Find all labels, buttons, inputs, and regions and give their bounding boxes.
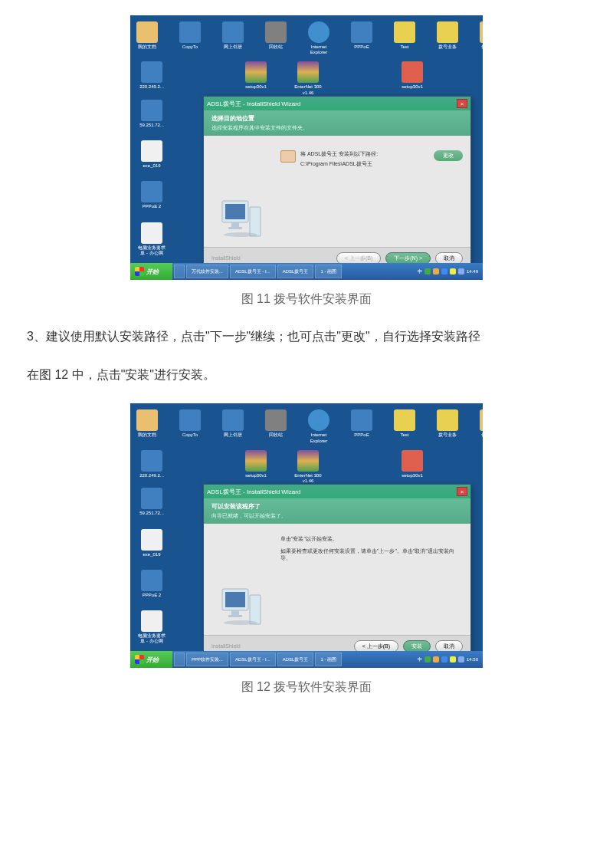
icon-image — [222, 409, 244, 431]
desktop-icon[interactable]: 电脑业务要求单 - 办公网 — [136, 222, 167, 256]
desktop-icon[interactable]: EnterNet 300 v1.46 — [293, 450, 323, 484]
icon-image — [394, 409, 415, 431]
body-text-1: 3、建议使用默认安装路径，点击"下一步"继续；也可点击"更改"，自行选择安装路径 — [27, 323, 586, 350]
icon-image — [136, 21, 158, 43]
icon-image — [351, 21, 372, 43]
start-button[interactable]: 开始 — [130, 263, 172, 280]
desktop-icon[interactable]: PPPoE — [351, 409, 372, 438]
icon-image — [222, 21, 244, 43]
figure-11-caption: 图 11 拨号软件安装界面 — [27, 291, 586, 307]
icon-label: exe_019 — [143, 163, 160, 169]
taskbar-item[interactable]: 1 - 画图 — [315, 265, 342, 278]
desktop-icon[interactable]: Internet Explorer — [308, 409, 329, 443]
icon-label: CopyTo — [182, 432, 198, 438]
desktop-icon[interactable]: 回收站 — [265, 409, 287, 438]
desktop-icon[interactable]: exe_019 — [136, 529, 167, 557]
icon-label: PPPoE — [354, 44, 369, 50]
desktop-icon[interactable]: 代理通讯录 — [480, 21, 483, 55]
start-button[interactable]: 开始 — [130, 651, 172, 668]
change-button[interactable]: 更改 — [434, 150, 463, 161]
icon-image — [297, 450, 319, 472]
icon-image — [179, 409, 201, 431]
installer-graphic — [211, 531, 273, 627]
taskbar-item[interactable]: ADSL拨号王 - I... — [230, 265, 276, 278]
icon-label: exe_019 — [143, 552, 160, 557]
installer-header: 可以安装该程序了 向导已就绪，可以开始安装了。 — [204, 498, 470, 524]
desktop-icon[interactable]: 59.251.72... — [136, 488, 167, 516]
desktop-icon[interactable]: Test — [394, 409, 415, 438]
desktop-icon[interactable]: 我的文档 — [136, 21, 158, 50]
icon-label: 220.249.2... — [139, 84, 164, 90]
icon-image — [141, 488, 162, 509]
desktop-icon[interactable]: setup30v1 — [241, 61, 271, 90]
desktop-icon[interactable]: CopyTo — [179, 409, 201, 438]
desktop-icon[interactable]: 拨号业务 — [437, 409, 458, 438]
icon-label: EnterNet 300 v1.46 — [293, 473, 323, 484]
installer-window-1: ADSL拨号王 - InstallShield Wizard × 选择目的地位置… — [203, 96, 471, 269]
desktop-icon[interactable]: 59.251.72... — [136, 100, 167, 128]
installer-content: 将 ADSL拨号王 安装到以下路径: C:\Program Files\ADSL… — [280, 143, 463, 239]
icon-image — [141, 222, 162, 244]
windows-logo-icon — [135, 655, 144, 664]
desktop-icon[interactable]: 网上邻居 — [222, 21, 244, 50]
header-main: 可以安装该程序了 — [211, 502, 463, 511]
svg-rect-10 — [228, 615, 242, 617]
icon-label: 网上邻居 — [224, 44, 242, 50]
icon-label: 电脑业务要求单 - 办公网 — [136, 633, 167, 644]
figure-11-screenshot: 我的文档 CopyTo 网上邻居 回收站 Internet Explorer P… — [27, 15, 586, 280]
icon-image — [265, 21, 287, 43]
header-sub: 向导已就绪，可以开始安装了。 — [211, 512, 463, 520]
body-line-2: 如果要检查或更改任何安装设置，请单击"上一步"。单击"取消"退出安装向导。 — [280, 547, 463, 561]
desktop-icon[interactable]: setup30v1 — [241, 450, 271, 478]
desktop-icon[interactable]: 回收站 — [265, 21, 287, 50]
icon-label: 220.249.2... — [139, 473, 164, 478]
icon-image — [297, 61, 319, 83]
desktop-icon[interactable]: 电脑业务要求单 - 办公网 — [136, 610, 167, 644]
taskbar-item[interactable] — [174, 265, 185, 278]
desktop-icon[interactable]: 网上邻居 — [222, 409, 244, 438]
taskbar-item[interactable]: ADSL拨号王 - I... — [230, 653, 276, 666]
taskbar-item[interactable]: 1 - 画图 — [315, 653, 342, 666]
close-icon[interactable]: × — [457, 99, 467, 108]
icon-image — [394, 21, 415, 43]
icon-image — [437, 21, 458, 43]
desktop-icon[interactable]: setup30v1 — [397, 450, 428, 478]
taskbar-item[interactable]: ADSL拨号王 — [277, 265, 314, 278]
taskbar-item[interactable]: 万代软件安装... — [186, 265, 228, 278]
icon-label: EnterNet 300 v1.46 — [293, 84, 323, 95]
close-icon[interactable]: × — [457, 487, 467, 496]
taskbar-1: 开始 万代软件安装...ADSL拨号王 - I...ADSL拨号王1 - 画图 … — [130, 263, 483, 280]
desktop-icon[interactable]: 我的文档 — [136, 409, 158, 438]
desktop-icon[interactable]: 220.249.2... — [136, 61, 167, 90]
icon-image — [141, 610, 162, 632]
desktop-icon[interactable]: Test — [394, 21, 415, 50]
icon-label: 拨号业务 — [438, 432, 457, 438]
desktop-icon[interactable]: Internet Explorer — [308, 21, 329, 55]
icon-image — [437, 409, 458, 431]
icon-image — [141, 570, 162, 591]
figure-12-screenshot: 我的文档 CopyTo 网上邻居 回收站 Internet Explorer P… — [27, 403, 586, 668]
taskbar-item[interactable] — [174, 653, 185, 666]
desktop-2: 我的文档 CopyTo 网上邻居 回收站 Internet Explorer P… — [130, 403, 483, 668]
desktop-icon[interactable]: PPPoE — [351, 21, 372, 50]
path-label: 将 ADSL拨号王 安装到以下路径: — [300, 150, 429, 158]
desktop-icon[interactable]: 代理通讯录 — [480, 409, 483, 443]
desktop-icon[interactable]: 拨号业务 — [437, 21, 458, 50]
svg-rect-9 — [231, 610, 239, 615]
body-line-1: 单击"安装"以开始安装。 — [280, 535, 463, 543]
taskbar-item[interactable]: ADSL拨号王 — [277, 653, 314, 666]
desktop-icon[interactable]: EnterNet 300 v1.46 — [293, 61, 323, 95]
icon-image — [136, 409, 158, 431]
icon-label: PPPoE 2 — [143, 593, 161, 598]
desktop-icon[interactable]: exe_019 — [136, 140, 167, 169]
taskbar-item[interactable]: PPP软件安装... — [186, 653, 228, 666]
desktop-icon[interactable]: PPPoE 2 — [136, 181, 167, 209]
desktop-icon[interactable]: 220.249.2... — [136, 450, 167, 478]
desktop-icon[interactable]: setup30v1 — [397, 61, 428, 90]
svg-point-5 — [224, 232, 257, 237]
icon-image — [179, 21, 201, 43]
desktop-icon[interactable]: PPPoE 2 — [136, 570, 167, 598]
desktop-icon[interactable]: CopyTo — [179, 21, 201, 50]
windows-logo-icon — [135, 267, 144, 276]
icon-image — [351, 409, 372, 431]
